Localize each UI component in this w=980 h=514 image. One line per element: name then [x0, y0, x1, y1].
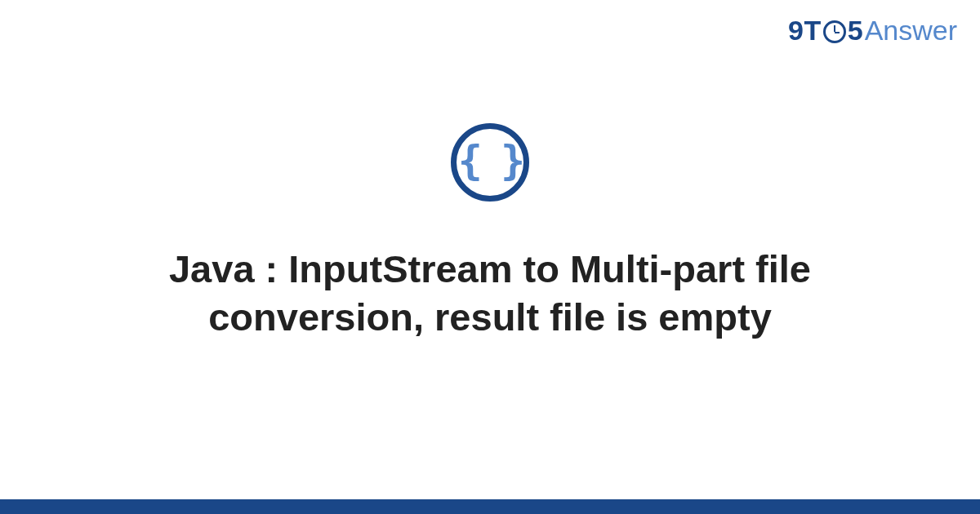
- code-braces-icon: { }: [458, 140, 522, 181]
- footer-bar: [0, 499, 980, 514]
- question-title: Java : InputStream to Multi-part file co…: [82, 246, 898, 342]
- main-content: { } Java : InputStream to Multi-part fil…: [0, 0, 980, 514]
- category-icon-circle: { }: [451, 123, 529, 202]
